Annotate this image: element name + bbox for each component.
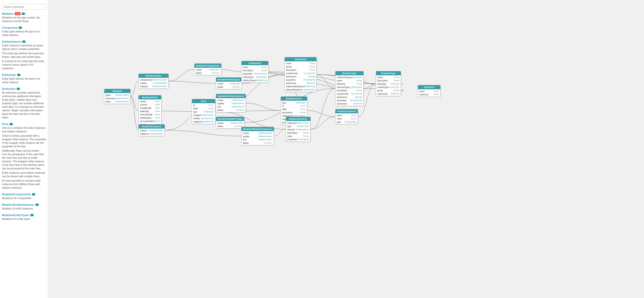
node-body-entitytype: nameString!groupString!descriptionString…	[285, 61, 316, 92]
field-type: EntityInstance	[232, 102, 244, 105]
sidebar-type-name-7[interactable]: MutationEntityInstances	[2, 203, 46, 206]
node-propertyinstance[interactable]: PropertyInstancenameString!valueJSON!typ…	[335, 109, 358, 124]
field-name: removeEntity	[140, 113, 153, 116]
field-name: commit	[140, 103, 147, 106]
type-description: The entity type defines the properties (…	[2, 52, 46, 59]
type-description: Entity instances represents an typed obj…	[2, 44, 46, 51]
node-mutationentitytypes[interactable]: MutationEntityTypescreateEntityType!dele…	[216, 77, 242, 89]
sidebar-type-name-3[interactable]: EntityType	[2, 73, 46, 76]
node-flow[interactable]: FlowidUUID!labelStringtypeEntityType!wra…	[192, 99, 215, 124]
sidebar-type-name-4[interactable]: Extension	[2, 87, 46, 90]
eye-icon[interactable]	[19, 26, 22, 29]
node-entitytype[interactable]: EntityTypenameString!groupString!descrip…	[284, 57, 317, 92]
type-name-label: Extension	[2, 87, 15, 90]
eye-icon[interactable]	[22, 40, 26, 43]
node-row: socketTypeSocketType!	[376, 86, 401, 89]
root-badge: root	[15, 12, 21, 15]
eye-icon[interactable]	[32, 193, 35, 196]
node-row: inboundEntityInstance	[286, 128, 310, 131]
node-relationinstance[interactable]: RelationInstanceoutboundEntityInstancety…	[286, 117, 311, 142]
node-mutationflows[interactable]: MutationFlowscreateFlow!commitFlow!creat…	[138, 95, 162, 127]
connection-Mutation-MutationInstances	[131, 96, 138, 130]
node-mutationinstances[interactable]: MutationInstancesentitiesMutationEntityI…	[138, 124, 165, 136]
type-name-label: MutationEntityInstances	[2, 203, 34, 206]
node-body-mutationentityinstances: createEntityInstanceupdateEntityInstance…	[216, 98, 246, 112]
type-description: Additionally, flows can be nested - from…	[2, 149, 46, 170]
eye-icon[interactable]	[9, 123, 13, 125]
type-name-label: MutationComponents	[2, 193, 31, 196]
field-name: extension	[419, 93, 428, 96]
node-row: commitFlow!	[139, 103, 161, 107]
field-type: JSON!	[350, 117, 357, 120]
field-name: value	[287, 135, 292, 137]
field-type: Flow!	[155, 110, 160, 113]
field-type: SocketType!	[388, 86, 399, 89]
node-mutationrelationtypes[interactable]: MutationRelationTypescreateRelationType!…	[216, 117, 244, 129]
node-row: nameString!	[285, 62, 316, 65]
node-row: createEntityInstance	[216, 99, 246, 102]
node-row: descriptionString!	[281, 111, 307, 114]
sidebar-type-name-5[interactable]: Flow	[2, 122, 46, 126]
field-name: entities	[140, 129, 147, 132]
sidebar-item-flow: FlowFlow is a container for entity insta…	[2, 122, 46, 190]
eye-icon[interactable]	[30, 214, 34, 216]
field-type: String!	[394, 79, 399, 82]
node-row: createRelationInstanc	[241, 132, 274, 135]
field-type: [PropertyInst	[297, 138, 309, 141]
node-row: updateRelationInstanc	[241, 135, 274, 138]
field-name: label	[282, 108, 287, 111]
field-name: components	[140, 79, 152, 81]
node-row: descriptionString!	[241, 69, 268, 72]
node-mutationcomponents[interactable]: MutationComponentscreateComponent!delete…	[194, 63, 221, 75]
field-type: [Componen	[352, 93, 362, 95]
node-row: createComponent!	[195, 68, 221, 72]
eye-icon[interactable]	[35, 203, 39, 206]
field-name: type	[337, 121, 341, 123]
field-type: MutationEntityIn	[149, 129, 163, 132]
sidebar-type-name-2[interactable]: EntityInstance	[2, 40, 46, 43]
type-description: Mutations for entity types	[2, 217, 46, 221]
eye-icon[interactable]	[17, 87, 20, 90]
eye-icon[interactable]	[22, 12, 25, 15]
type-description: Entity instances and relation instances …	[2, 171, 46, 178]
field-name: create	[196, 68, 202, 71]
field-type: [RelationInsta	[201, 120, 214, 123]
node-body-propertytype: nameString!descriptionString!dataTypeDat…	[376, 75, 401, 96]
field-type: Boolean!	[212, 72, 220, 74]
node-mutation[interactable]: MutationtypesMutationTypes!instancesMuta…	[104, 89, 131, 104]
node-mutationentityinstances[interactable]: MutationEntityInstancescreateEntityInsta…	[216, 94, 246, 112]
node-mutationrelationinstances[interactable]: MutationRelationInstancescreateRelationI…	[241, 127, 274, 145]
canvas-area[interactable]: MutationtypesMutationTypes!instancesMuta…	[48, 0, 644, 298]
field-name: removeRelation	[140, 120, 155, 122]
field-name: lock	[217, 106, 221, 108]
search-input[interactable]	[2, 4, 46, 10]
sidebar-type-name-1[interactable]: Component	[2, 26, 46, 29]
node-propertytype[interactable]: PropertyTypenameString!descriptionString…	[376, 71, 401, 96]
eye-icon[interactable]	[17, 74, 21, 76]
node-row: outboundEntityInstance	[286, 121, 310, 125]
node-row: createEntityFlow!	[139, 107, 161, 110]
node-row: properties[PropertyTyp	[285, 78, 316, 82]
sidebar-type-name-8[interactable]: MutationEntityTypes	[2, 214, 46, 217]
field-name: behaviours	[286, 75, 297, 78]
node-header-relationinstance: RelationInstance	[286, 117, 310, 121]
node-row: extensions[Extensio	[285, 82, 316, 85]
field-type: String!	[261, 69, 267, 72]
node-header-mutationcomponents: MutationComponents	[195, 64, 221, 68]
node-extension[interactable]: ExtensionnameString!extensionJSON!	[418, 85, 441, 97]
sidebar-item-entitytype: EntityTypeEntity types defines the type …	[2, 73, 46, 84]
field-type: [EntityType!	[351, 76, 362, 79]
field-name: properties	[243, 73, 252, 75]
field-type: RelationInstanc	[258, 138, 272, 141]
sidebar-type-name-6[interactable]: MutationComponents	[2, 193, 46, 196]
sidebar-type-name-0[interactable]: Mutationroot	[2, 12, 46, 15]
node-component[interactable]: ComponentnameString!descriptionString!pr…	[241, 61, 268, 83]
connection-MutationTypes-MutationComponents	[169, 69, 194, 81]
node-mutationtypes[interactable]: MutationTypescomponentsMutationComponent…	[138, 74, 169, 89]
node-row: createEntityType!	[216, 82, 241, 85]
field-type: [PropertyTyp	[351, 99, 362, 102]
field-type: String!	[303, 135, 309, 137]
field-name: entities	[193, 117, 200, 120]
node-relationtype[interactable]: RelationTypeoutboundTypes[EntityType!nam…	[335, 71, 364, 106]
sidebar: MutationrootMutations for the type syste…	[0, 0, 48, 298]
